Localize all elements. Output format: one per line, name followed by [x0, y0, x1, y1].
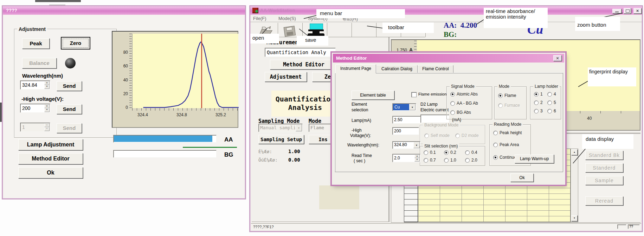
adjustment-window-titlebar[interactable]: ???? [3, 6, 245, 15]
method-editor-button[interactable]: Method Editor [18, 153, 83, 164]
close-button[interactable]: × [633, 8, 642, 14]
realtime-aa: AA: 4.200 [444, 21, 477, 30]
scroll-up-icon[interactable]: ▲ [571, 149, 578, 155]
lamp-warmup-button[interactable]: Lamp Warm-up [515, 155, 554, 163]
radio-d2-mode: D2 mode [455, 133, 479, 138]
dialog-close-button[interactable]: × [553, 55, 562, 61]
fingerprint-x-tick-label: 40 [587, 116, 592, 121]
tab-instrument-page[interactable]: Instrument Page [335, 64, 376, 73]
radio-slit-0.2[interactable]: 0.2 [444, 150, 456, 155]
radio-icon [547, 100, 552, 105]
spinner-buttons[interactable]: ▲▼ [44, 81, 50, 89]
radio-label: 6 [554, 109, 556, 113]
radio-icon [424, 150, 428, 155]
sampling-setup-button[interactable]: Sampling Setup [258, 135, 304, 144]
standard-bk-button: Standerd Bk [585, 151, 623, 160]
radio-lamp-3[interactable]: 3 [534, 109, 543, 113]
panel-adjustment-button[interactable]: Adjustment [265, 72, 307, 82]
screen-artifact [49, 5, 65, 6]
print-icon[interactable] [307, 24, 326, 38]
peak-button[interactable]: Peak [22, 38, 50, 49]
radio-lamp-6[interactable]: 6 [547, 109, 556, 113]
wavelength-spinner[interactable]: 324.84 ▲▼ [20, 80, 50, 90]
panel-method-editor-button[interactable]: Method Editor [270, 60, 337, 70]
mode-banner: Quantification Analysis [271, 91, 339, 117]
combo-arrow-icon[interactable]: ▼ [409, 104, 416, 110]
radio-lamp-4[interactable]: 4 [547, 92, 556, 97]
radio-slit-0.4[interactable]: 0.4 [465, 150, 477, 155]
flame-emission-checkbox[interactable] [411, 92, 417, 97]
scroll-down-icon[interactable]: ▼ [571, 215, 578, 221]
radio-icon [547, 92, 552, 97]
spare-value: 1 [22, 124, 25, 130]
radio-slit-2.0[interactable]: 2.0 [465, 158, 477, 163]
radio-continue[interactable]: Continue [493, 155, 516, 160]
lamp-adjustment-button[interactable]: Lamp Adjustment [18, 139, 83, 150]
dialog-titlebar[interactable]: Method Editor [333, 54, 564, 63]
panel-blank-box [319, 185, 359, 209]
spin-up-icon[interactable]: ▲ [44, 81, 50, 85]
element-combo[interactable]: Cu ▼ [392, 103, 416, 111]
balance-button[interactable]: Balance [22, 58, 57, 68]
dialog-high-voltage-input[interactable]: 200 [392, 127, 419, 135]
combo-arrow-icon[interactable]: ▼ [413, 142, 420, 148]
spinner-buttons[interactable]: ▲▼ [414, 155, 420, 162]
radio-lamp-5[interactable]: 5 [547, 100, 556, 105]
table-scrollbar[interactable]: ▲ ▼ [571, 149, 578, 222]
radio-label: 2.0 [471, 158, 477, 163]
save-icon[interactable] [283, 26, 297, 37]
spare-spinner: 1 ▲▼ [20, 123, 50, 132]
radio-flame[interactable]: Flame [498, 93, 516, 98]
spin-down-icon[interactable]: ▼ [44, 85, 50, 89]
radio-label: 3 [540, 109, 543, 113]
radio-lamp-2[interactable]: 2 [534, 100, 543, 105]
menu-mode[interactable]: Mode(S) [278, 16, 296, 21]
radio-bg-abs[interactable]: BG Abs [450, 110, 471, 115]
high-voltage-spinner[interactable]: 200 ▲▼ [20, 104, 50, 113]
status-cell-empty [617, 224, 626, 229]
menu-file[interactable]: File(F) [253, 16, 266, 21]
radio-aa-bg-ab[interactable]: AA - BG Ab [450, 101, 478, 106]
spin-down-icon[interactable]: ▼ [414, 158, 420, 162]
d2lamp-label2: Electric current [420, 107, 449, 112]
send-wavelength-button[interactable]: Send [57, 81, 82, 91]
read-time-spinner[interactable]: 2.0 ▲▼ [392, 154, 420, 162]
radio-label: Peak Area [500, 142, 519, 147]
minimize-button[interactable] [612, 9, 622, 13]
radio-atomic-abs[interactable]: Atomic Abs [450, 92, 478, 97]
status-cell-right: ?? [628, 224, 640, 229]
radio-slit-0.7[interactable]: 0.7 [424, 158, 436, 163]
dialog-ok-button[interactable]: Ok [510, 173, 534, 182]
oxidant-value: 0.00 [288, 157, 300, 163]
mode-group: Mode Flame Furnace [494, 86, 527, 119]
maximize-button[interactable] [624, 8, 631, 14]
radio-icon [498, 93, 503, 98]
radio-peak-height[interactable]: Peak height [493, 130, 522, 135]
radio-label: D2 mode [462, 133, 479, 138]
spin-up-icon[interactable]: ▲ [414, 155, 420, 158]
tab-calibration-dialog[interactable]: Caliration Dialog [376, 65, 418, 73]
lamp-ma-input[interactable]: 2.50 [392, 116, 422, 124]
radio-lamp-1[interactable]: 1 [534, 92, 543, 97]
main-window-titlebar[interactable]: AA-WorkStation × [250, 6, 642, 15]
radio-peak-area[interactable]: Peak Area [493, 142, 519, 147]
x-axis-ticks [132, 108, 238, 111]
dialog-high-voltage-label1: -High [352, 128, 362, 133]
spin-up-icon[interactable]: ▲ [44, 104, 50, 108]
tab-flame-control[interactable]: Flame Control [418, 65, 453, 73]
measurement-mode-combo[interactable]: Quantification Analy [265, 48, 336, 57]
ok-button[interactable]: Ok [18, 167, 83, 178]
radio-slit-0.1[interactable]: 0.1 [424, 150, 436, 155]
lamp-holder-group: Lamp holder 1 4 2 5 3 6 [530, 86, 561, 119]
y-tick-label: 20 [117, 91, 128, 96]
spin-down-icon[interactable]: ▼ [44, 108, 50, 112]
radio-slit-1.0[interactable]: 1.0 [444, 158, 456, 163]
spinner-buttons[interactable]: ▲▼ [44, 104, 50, 112]
d2-current-input[interactable] [420, 114, 449, 123]
annotation-menu-bar: menu bar [316, 9, 405, 18]
annotation-realtime-line1: real-time absorbance/ [486, 8, 548, 14]
send-voltage-button[interactable]: Send [57, 104, 82, 114]
zero-button[interactable]: Zero [61, 37, 90, 50]
element-table-button[interactable]: Element table [352, 91, 394, 100]
dialog-wavelength-combo[interactable]: 324.80 ▼ [392, 141, 420, 149]
